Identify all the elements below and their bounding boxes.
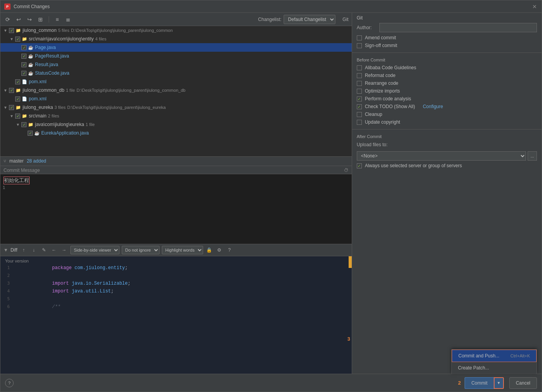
tree-item-jiulong-common[interactable]: ▼ ✓ 📁 jiulong_common 5 files D:\DeskTop\…	[0, 26, 352, 35]
expand-arrow-common: ▼	[4, 28, 8, 33]
dialog-title: Commit Changes	[14, 4, 531, 9]
diff-edit-btn[interactable]: ✎	[40, 246, 48, 254]
upload-label: Upload files to:	[352, 140, 542, 149]
after-commit-divider	[352, 129, 542, 130]
xml-icon-pom-common: 📄	[22, 79, 27, 84]
update-copyright-row: Update copyright	[352, 118, 542, 126]
tree-item-jiulong-eureka[interactable]: ▼ ✓ 📁 jiulong_eureka 3 files D:\DeskTop\…	[0, 103, 352, 112]
ignore-select[interactable]: Do not ignore	[122, 246, 160, 254]
sign-off-checkbox[interactable]	[357, 43, 362, 48]
upload-select-row: <None> ...	[352, 150, 542, 161]
diff-help-btn[interactable]: ?	[226, 246, 233, 254]
alibaba-checkbox[interactable]	[357, 65, 362, 70]
always-use-checkbox[interactable]: ✓	[357, 163, 362, 168]
always-use-label: Always use selected server or group of s…	[365, 163, 462, 168]
diff-up-btn[interactable]: ↑	[20, 246, 28, 254]
cleanup-checkbox[interactable]	[357, 112, 362, 117]
checkbox-jiulong-db[interactable]: ✓	[9, 88, 14, 93]
java-icon-result: ☕	[28, 62, 33, 67]
commit-and-push-item[interactable]: Commit and Push... Ctrl+Alt+K	[452, 350, 537, 362]
collapse-button[interactable]: ≡	[53, 15, 61, 24]
tree-item-page-java[interactable]: ▼ ✓ ☕ Page.java	[0, 43, 352, 52]
tree-item-statuscode-java[interactable]: ▼ ✓ ☕ StatusCode.java	[0, 69, 352, 77]
amend-commit-label: Amend commit	[365, 35, 396, 40]
statuscode-java-name: StatusCode.java	[35, 70, 69, 76]
highlight-select[interactable]: Highlight words	[162, 246, 203, 254]
check-todo-checkbox[interactable]: ✓	[357, 104, 362, 109]
diff-next-btn[interactable]: →	[60, 246, 68, 254]
rearrange-checkbox[interactable]	[357, 81, 362, 86]
optimize-label: Optimize imports	[365, 88, 400, 94]
commit-button[interactable]: Commit	[465, 377, 493, 389]
configure-link[interactable]: Configure	[423, 104, 443, 109]
tree-item-src-main[interactable]: ▼ ✓ 📁 src\main 2 files	[0, 112, 352, 120]
close-button[interactable]: ✕	[531, 4, 538, 10]
help-button[interactable]: ?	[5, 379, 14, 387]
tree-item-pom-db[interactable]: ▼ ✓ 📄 pom.xml	[0, 94, 352, 103]
amend-commit-checkbox[interactable]	[357, 35, 362, 40]
viewer-select[interactable]: Side-by-side viewer	[70, 246, 119, 254]
java-eureka-count: 1 file	[86, 122, 95, 127]
reformat-checkbox[interactable]	[357, 73, 362, 78]
optimize-checkbox[interactable]	[357, 89, 362, 94]
tree-item-java-eureka[interactable]: ▼ ✓ 📁 java\com\jiulong\eureka 1 file	[0, 120, 352, 129]
checkbox-pom-db[interactable]: ✓	[15, 96, 20, 102]
checkbox-pom-common[interactable]: ✓	[15, 79, 20, 84]
jiulong-db-path: D:\DeskTop\git\jiulong\jiulong_parent\ji…	[77, 88, 186, 93]
group-button[interactable]: ⊞	[36, 15, 45, 24]
perform-analysis-checkbox[interactable]: ✓	[357, 96, 362, 102]
upload-ellipsis-btn[interactable]: ...	[528, 151, 537, 161]
pom-common-name: pom.xml	[29, 79, 46, 84]
number-badge-3: 3	[347, 336, 350, 342]
folder-icon-srcmain: 📁	[22, 114, 27, 119]
redo-button[interactable]: ↪	[25, 15, 34, 24]
expand-button[interactable]: ≣	[64, 15, 72, 24]
tree-item-src-entity[interactable]: ▼ ✓ 📁 src\main\java\com\jiulong\entity 4…	[0, 35, 352, 43]
tree-item-jiulong-db[interactable]: ▼ ✓ 📁 jiulong_common_db 1 file D:\DeskTo…	[0, 86, 352, 94]
commit-msg-box[interactable]: 初始化工程 1	[0, 174, 352, 244]
diff-settings-btn[interactable]: ⚙	[216, 246, 223, 254]
checkbox-jiulong-eureka[interactable]: ✓	[9, 105, 14, 110]
tree-item-eureka-app[interactable]: ▼ ✓ ☕ EurekaApplication.java	[0, 129, 352, 137]
refresh-button[interactable]: ⟳	[4, 15, 12, 24]
commit-msg-icon: ⏱	[344, 168, 349, 173]
diff-section: ▼ Diff ↑ ↓ ✎ ← → Side-by-side viewer Do …	[0, 244, 352, 374]
checkbox-page-java[interactable]: ✓	[21, 45, 26, 50]
checkbox-pageresult-java[interactable]: ✓	[21, 54, 26, 59]
create-patch-item[interactable]: Create Patch...	[452, 362, 537, 374]
app-icon: P	[4, 4, 11, 10]
checkbox-eureka-app[interactable]: ✓	[28, 131, 33, 136]
xml-icon-pom-db: 📄	[22, 96, 27, 102]
checkbox-src-main[interactable]: ✓	[15, 114, 20, 119]
diff-lock-btn[interactable]: 🔒	[205, 246, 213, 254]
tree-item-pom-common[interactable]: ▼ ✓ 📄 pom.xml	[0, 77, 352, 86]
diff-collapse-icon[interactable]: ▼	[4, 247, 8, 253]
changelist-select[interactable]: Default Changelist	[284, 15, 335, 24]
commit-line-number: 1	[3, 185, 5, 190]
checkbox-jiulong-common[interactable]: ✓	[9, 28, 14, 33]
jiulong-db-name: jiulong_common_db	[23, 88, 64, 93]
git-label: Git	[342, 17, 348, 22]
checkbox-src-entity[interactable]: ✓	[15, 37, 20, 42]
checkbox-result-java[interactable]: ✓	[21, 62, 26, 67]
folder-icon-javaeureka: 📁	[28, 122, 33, 127]
src-entity-count: 4 files	[95, 37, 107, 41]
tree-item-pageresult-java[interactable]: ▼ ✓ ☕ PageResult.java	[0, 52, 352, 60]
update-copyright-checkbox[interactable]	[357, 120, 362, 125]
checkbox-java-eureka[interactable]: ✓	[21, 122, 26, 127]
check-todo-row: ✓ Check TODO (Show All) Configure	[352, 103, 542, 110]
checkbox-statuscode-java[interactable]: ✓	[21, 71, 26, 76]
author-input[interactable]	[379, 23, 537, 32]
commit-dropdown-button[interactable]: ▼	[494, 377, 504, 389]
tree-item-result-java[interactable]: ▼ ✓ ☕ Result.java	[0, 60, 352, 69]
jiulong-db-count: 1 file	[66, 88, 75, 93]
jiulong-eureka-name: jiulong_eureka	[23, 105, 53, 110]
cancel-button[interactable]: Cancel	[509, 377, 537, 389]
undo-button[interactable]: ↩	[14, 15, 23, 24]
upload-select[interactable]: <None>	[357, 151, 526, 161]
rearrange-row: Rearrange code	[352, 79, 542, 87]
diff-down-btn[interactable]: ↓	[30, 246, 38, 254]
alibaba-row: Alibaba Code Guidelines	[352, 64, 542, 72]
src-entity-name: src\main\java\com\jiulong\entity	[29, 36, 94, 42]
diff-prev-btn[interactable]: ←	[50, 246, 58, 254]
